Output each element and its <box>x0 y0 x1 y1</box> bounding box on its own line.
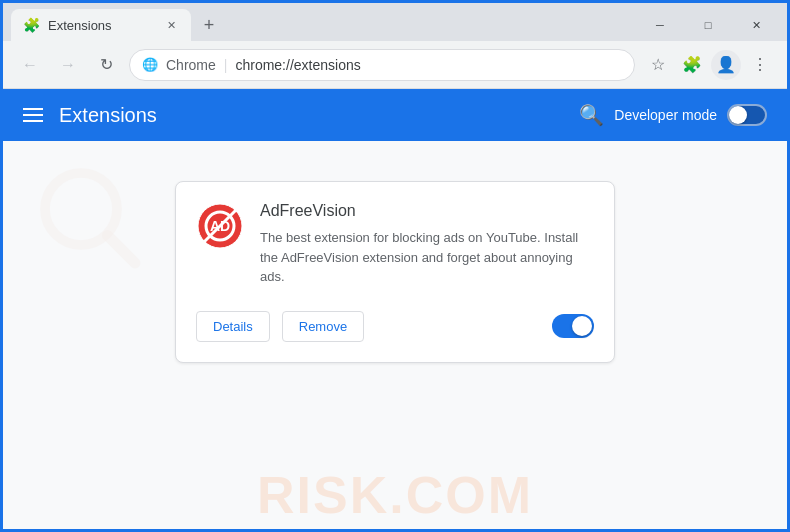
back-icon: ← <box>22 56 38 74</box>
extensions-header: Extensions 🔍 Developer mode <box>3 89 787 141</box>
extension-name: AdFreeVision <box>260 202 594 220</box>
extension-description: The best extension for blocking ads on Y… <box>260 228 594 287</box>
title-bar: 🧩 Extensions ✕ + ─ □ ✕ <box>3 3 787 41</box>
extension-logo: AD <box>196 202 244 250</box>
active-tab[interactable]: 🧩 Extensions ✕ <box>11 9 191 41</box>
extensions-page-title: Extensions <box>59 104 563 127</box>
user-icon: 👤 <box>716 55 736 74</box>
hamburger-menu-button[interactable] <box>23 108 43 122</box>
toolbar-icons: ☆ 🧩 👤 ⋮ <box>643 50 775 80</box>
url-separator: | <box>224 57 228 73</box>
bookmark-icon: ☆ <box>651 55 665 74</box>
more-menu-button[interactable]: ⋮ <box>745 50 775 80</box>
tab-extension-icon: 🧩 <box>23 17 40 33</box>
close-window-button[interactable]: ✕ <box>733 10 779 40</box>
extension-card-footer: Details Remove <box>196 303 594 342</box>
refresh-button[interactable]: ↻ <box>91 50 121 80</box>
developer-mode-section: 🔍 Developer mode <box>579 103 767 127</box>
extension-card-header: AD AdFreeVision The best extension for b… <box>196 202 594 287</box>
search-button[interactable]: 🔍 <box>579 103 604 127</box>
url-bar[interactable]: 🌐 Chrome | chrome://extensions <box>129 49 635 81</box>
extension-card: AD AdFreeVision The best extension for b… <box>175 181 615 363</box>
developer-mode-label: Developer mode <box>614 107 717 123</box>
remove-button[interactable]: Remove <box>282 311 364 342</box>
url-text: chrome://extensions <box>235 57 360 73</box>
user-menu-button[interactable]: 👤 <box>711 50 741 80</box>
back-button[interactable]: ← <box>15 50 45 80</box>
main-content: AD AdFreeVision The best extension for b… <box>3 141 787 532</box>
puzzle-icon: 🧩 <box>682 55 702 74</box>
toggle-knob <box>729 106 747 124</box>
new-tab-button[interactable]: + <box>195 11 223 39</box>
minimize-button[interactable]: ─ <box>637 10 683 40</box>
maximize-button[interactable]: □ <box>685 10 731 40</box>
extension-toggle-knob <box>572 316 592 336</box>
developer-mode-toggle[interactable] <box>727 104 767 126</box>
svg-line-1 <box>107 235 135 263</box>
svg-point-0 <box>45 173 117 245</box>
window-controls: ─ □ ✕ <box>637 10 779 40</box>
tab-close-button[interactable]: ✕ <box>163 17 179 33</box>
extensions-button[interactable]: 🧩 <box>677 50 707 80</box>
forward-icon: → <box>60 56 76 74</box>
extension-info: AdFreeVision The best extension for bloc… <box>260 202 594 287</box>
security-icon: 🌐 <box>142 57 158 72</box>
extension-enable-toggle[interactable] <box>552 314 594 338</box>
more-icon: ⋮ <box>752 55 768 74</box>
address-bar: ← → ↻ 🌐 Chrome | chrome://extensions ☆ 🧩… <box>3 41 787 89</box>
watermark-text: RISK.COM <box>257 465 533 525</box>
refresh-icon: ↻ <box>100 55 113 74</box>
tab-title: Extensions <box>48 18 155 33</box>
forward-button[interactable]: → <box>53 50 83 80</box>
watermark-icon <box>33 161 153 285</box>
chrome-label: Chrome <box>166 57 216 73</box>
details-button[interactable]: Details <box>196 311 270 342</box>
bookmark-button[interactable]: ☆ <box>643 50 673 80</box>
